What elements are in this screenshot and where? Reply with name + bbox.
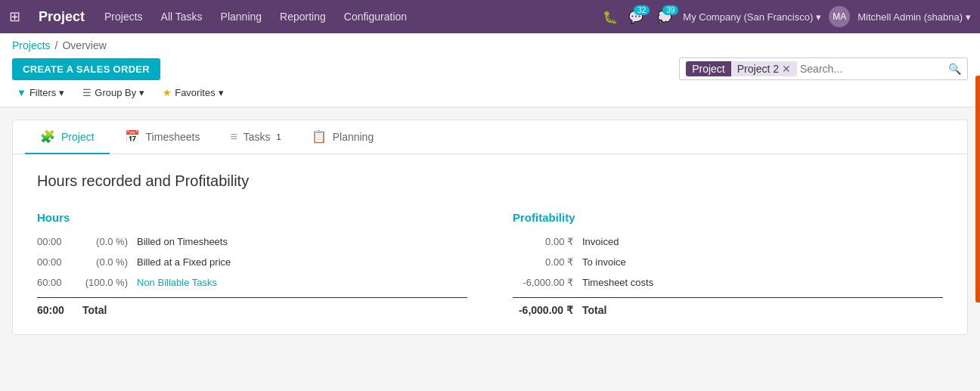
tag-value: Project 2 ✕ [731, 61, 797, 76]
tab-bar: 🧩 Project 📅 Timesheets ≡ Tasks 1 📋 Plann… [13, 120, 967, 154]
nav-reporting[interactable]: Reporting [272, 6, 333, 27]
tag-close-icon[interactable]: ✕ [782, 63, 791, 75]
search-wrapper: Project Project 2 ✕ 🔍 [679, 57, 968, 80]
tab-project[interactable]: 🧩 Project [25, 120, 110, 154]
hours-total-row: 60:00 Total [37, 297, 467, 316]
puzzle-icon: 🧩 [40, 129, 55, 144]
calendar-icon: 📅 [125, 129, 140, 144]
chat-badge[interactable]: 💬 32 [625, 7, 647, 27]
breadcrumb-parent[interactable]: Projects [12, 39, 51, 51]
main-content: 🧩 Project 📅 Timesheets ≡ Tasks 1 📋 Plann… [0, 107, 980, 347]
profit-total-row: -6,000.00 ₹ Total [513, 297, 943, 316]
filter-controls: ▼ Filters ▾ ☰ Group By ▾ ★ Favorites ▾ [12, 85, 968, 101]
hours-column: Hours 00:00 (0.0 %) Billed on Timesheets… [37, 211, 467, 316]
chat-count: 32 [634, 5, 650, 15]
profit-row-1: 0.00 ₹ To invoice [513, 256, 943, 268]
favorites-chevron-icon: ▾ [219, 87, 224, 98]
create-sales-order-button[interactable]: CREATE A SALES ORDER [12, 58, 160, 80]
section-title: Hours recorded and Profitability [37, 172, 943, 190]
star-icon: ★ [163, 87, 172, 98]
user-chevron-icon: ▾ [966, 11, 971, 23]
sub-header: Projects / Overview CREATE A SALES ORDER… [0, 33, 980, 107]
breadcrumb-separator: / [55, 39, 58, 51]
data-section: Hours 00:00 (0.0 %) Billed on Timesheets… [37, 211, 943, 316]
tasks-icon: ≡ [230, 130, 237, 144]
tab-planning[interactable]: 📋 Planning [296, 120, 389, 154]
breadcrumb: Projects / Overview [12, 39, 968, 51]
breadcrumb-current: Overview [62, 39, 106, 51]
search-icon[interactable]: 🔍 [948, 63, 961, 75]
message-badge[interactable]: 💭 39 [654, 7, 675, 27]
grid-icon[interactable]: ⊞ [9, 8, 20, 25]
sub-header-row: CREATE A SALES ORDER Project Project 2 ✕… [12, 57, 968, 80]
profitability-col-title: Profitability [513, 211, 943, 224]
nav-planning[interactable]: Planning [213, 6, 270, 27]
profit-row-0: 0.00 ₹ Invoiced [513, 236, 943, 247]
scroll-indicator [975, 76, 980, 303]
profit-row-2: -6,000.00 ₹ Timesheet costs [513, 277, 943, 288]
groupby-chevron-icon: ▾ [139, 87, 144, 98]
nav-all-tasks[interactable]: All Tasks [154, 6, 210, 27]
user-name[interactable]: Mitchell Admin (shabna) ▾ [858, 11, 971, 23]
group-by-button[interactable]: ☰ Group By ▾ [78, 85, 149, 101]
hours-row-0: 00:00 (0.0 %) Billed on Timesheets [37, 236, 467, 247]
search-input[interactable] [797, 60, 948, 78]
nav-projects[interactable]: Projects [97, 6, 150, 27]
message-count: 39 [662, 5, 678, 15]
favorites-button[interactable]: ★ Favorites ▾ [158, 85, 228, 101]
avatar[interactable]: MA [829, 6, 850, 27]
search-bar: Project Project 2 ✕ 🔍 [679, 57, 968, 80]
nav-configuration[interactable]: Configuration [336, 6, 414, 27]
navbar: ⊞ Project Projects All Tasks Planning Re… [0, 0, 980, 33]
bug-icon[interactable]: 🐛 [603, 10, 618, 24]
groupby-icon: ☰ [82, 87, 91, 98]
hours-col-title: Hours [37, 211, 467, 224]
app-name: Project [39, 9, 85, 25]
hours-row-1: 00:00 (0.0 %) Billed at a Fixed price [37, 256, 467, 268]
hours-row-2: 60:00 (100.0 %) Non Billable Tasks [37, 277, 467, 288]
tag-label: Project [686, 61, 731, 76]
content-card: 🧩 Project 📅 Timesheets ≡ Tasks 1 📋 Plann… [12, 119, 968, 335]
navbar-right: 🐛 💬 32 💭 39 My Company (San Francisco) ▾… [603, 6, 971, 27]
tab-tasks[interactable]: ≡ Tasks 1 [215, 120, 296, 154]
profitability-column: Profitability 0.00 ₹ Invoiced 0.00 ₹ To … [513, 211, 943, 316]
planning-icon: 📋 [312, 129, 327, 144]
content-body: Hours recorded and Profitability Hours 0… [13, 154, 967, 334]
nav-links: Projects All Tasks Planning Reporting Co… [97, 6, 591, 27]
filters-button[interactable]: ▼ Filters ▾ [12, 85, 69, 101]
tasks-count: 1 [277, 132, 281, 141]
company-chevron-icon: ▾ [816, 11, 821, 23]
filters-chevron-icon: ▾ [59, 87, 64, 98]
company-selector[interactable]: My Company (San Francisco) ▾ [683, 11, 821, 23]
company-name: My Company (San Francisco) [683, 11, 813, 23]
tab-timesheets[interactable]: 📅 Timesheets [110, 120, 216, 154]
filter-icon: ▼ [17, 87, 26, 98]
